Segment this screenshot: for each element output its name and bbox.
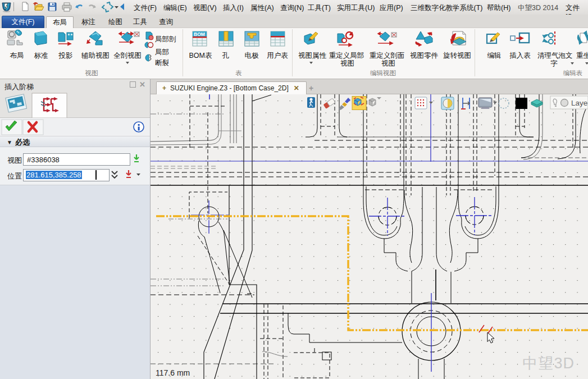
svg-text:Layer0: Layer0 <box>571 99 588 107</box>
svg-text:断裂: 断裂 <box>155 59 169 67</box>
svg-text:BOM: BOM <box>194 31 205 37</box>
